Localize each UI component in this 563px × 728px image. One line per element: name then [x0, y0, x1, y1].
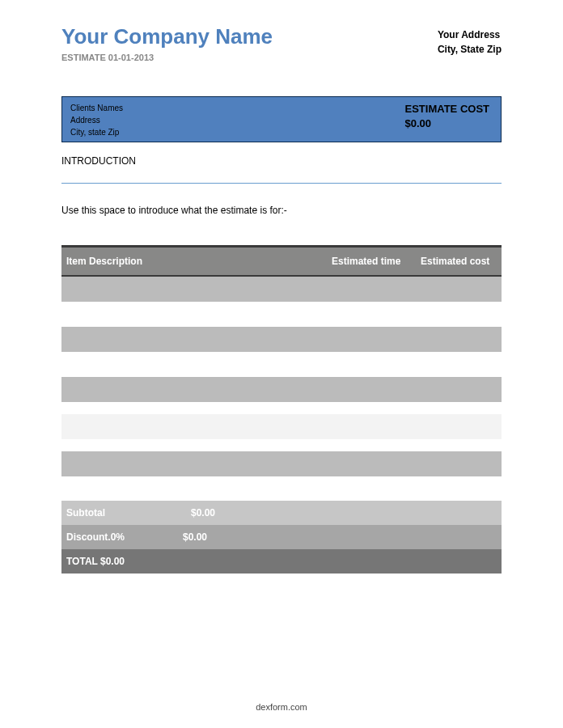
subtotal-row: Subtotal $0.00: [61, 501, 502, 525]
discount-label: Discount.0%: [61, 531, 183, 543]
table-row: [61, 414, 502, 439]
table-gap: [61, 439, 502, 451]
client-info: Clients Names Address City, state Zip: [70, 102, 123, 138]
table-row: [61, 327, 502, 352]
total-line: TOTAL $0.00: [66, 556, 125, 567]
subtotal-label: Subtotal: [61, 507, 191, 518]
divider: [61, 183, 502, 184]
estimate-cost-value: $0.00: [405, 116, 489, 131]
table-row: [61, 277, 502, 302]
table-header: Item Description Estimated time Estimate…: [61, 248, 502, 277]
client-names: Clients Names: [70, 102, 123, 114]
company-block: Your Company Name ESTIMATE 01-01-2013: [61, 24, 273, 62]
discount-value: $0.00: [183, 531, 207, 543]
estimate-cost: ESTIMATE COST $0.00: [405, 102, 493, 138]
table-row: [61, 302, 502, 327]
table-row: [61, 377, 502, 402]
table-row: [61, 352, 502, 377]
discount-row: Discount.0% $0.00: [61, 525, 502, 549]
col-estimated-time: Estimated time: [332, 256, 421, 267]
col-estimated-cost: Estimated cost: [421, 256, 502, 267]
introduction-text: Use this space to introduce what the est…: [61, 205, 502, 216]
table-gap: [61, 402, 502, 414]
address-line1: Your Address: [438, 28, 502, 42]
estimate-date: ESTIMATE 01-01-2013: [61, 53, 273, 62]
company-address: Your Address City, State Zip: [438, 24, 502, 57]
introduction-heading: INTRODUCTION: [61, 155, 502, 167]
col-item-description: Item Description: [61, 256, 332, 267]
items-table: Item Description Estimated time Estimate…: [61, 245, 502, 574]
client-address: Address: [70, 114, 123, 126]
client-box: Clients Names Address City, state Zip ES…: [61, 96, 502, 142]
table-row: [61, 451, 502, 476]
footer-text: dexform.com: [0, 702, 563, 712]
subtotal-value: $0.00: [191, 507, 215, 518]
client-city: City, state Zip: [70, 126, 123, 138]
document-header: Your Company Name ESTIMATE 01-01-2013 Yo…: [61, 24, 502, 62]
address-line2: City, State Zip: [438, 42, 502, 57]
estimate-cost-label: ESTIMATE COST: [405, 102, 489, 116]
company-name: Your Company Name: [61, 24, 273, 49]
total-row: TOTAL $0.00: [61, 549, 502, 574]
summary-gap: [61, 476, 502, 501]
